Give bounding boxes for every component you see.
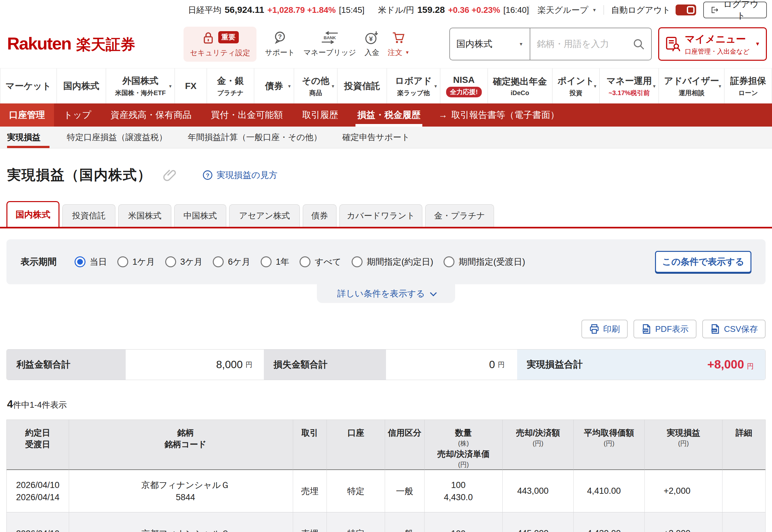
- nav-buying-power[interactable]: 買付・出金可能額: [201, 103, 292, 127]
- cell-detail: [723, 470, 766, 512]
- nav-asset-balance[interactable]: 資産残高・保有商品: [101, 103, 201, 127]
- tab-us-stocks[interactable]: 米国株式: [118, 204, 171, 227]
- profit-total-value: 8,000円: [126, 350, 264, 380]
- site-search: 国内株式 ▼: [449, 28, 652, 60]
- rakuten-group-menu[interactable]: 楽天グループ ▼: [538, 4, 597, 16]
- nav-mutual-funds[interactable]: 投資信託: [337, 68, 387, 103]
- subnav-realized-pnl[interactable]: 実現損益: [7, 127, 51, 148]
- col-header-pnl: 実現損益(円): [645, 420, 723, 470]
- tab-domestic-stocks[interactable]: 国内株式: [6, 201, 59, 227]
- show-detailed-conditions-link[interactable]: 詳しい条件を表示する: [317, 284, 455, 303]
- nav-advisor[interactable]: アドバイザー運用相談▼: [659, 68, 724, 103]
- cell-amount: 445,000: [503, 512, 574, 532]
- nav-trade-reports[interactable]: → 取引報告書等（電子書面）: [430, 103, 568, 127]
- radio-all[interactable]: すべて: [299, 256, 341, 268]
- radio-1year[interactable]: 1年: [261, 256, 289, 268]
- radio-today[interactable]: 当日: [75, 256, 107, 268]
- col-header-trade: 取引: [293, 420, 327, 470]
- auto-logout-toggle[interactable]: [676, 4, 696, 15]
- nav-gold-platinum[interactable]: 金・銀プラチナ: [207, 68, 254, 103]
- subnav-annual-pnl-calc[interactable]: 年間損益計算（一般口座・その他）: [177, 127, 332, 148]
- profit-total-label: 利益金額合計: [7, 350, 126, 380]
- pdf-file-icon: PDF: [641, 324, 652, 334]
- nav-nisa[interactable]: NISA全力応援!: [440, 68, 488, 103]
- tab-asean-stocks[interactable]: アセアン株式: [229, 204, 300, 227]
- nav-bonds[interactable]: 債券▼: [254, 68, 294, 103]
- my-menu-button[interactable]: マイメニュー 口座管理・入出金など ▼: [658, 27, 767, 61]
- radio-button: [213, 256, 224, 267]
- csv-save-button[interactable]: csv CSV保存: [702, 320, 766, 338]
- tab-covered-warrants[interactable]: カバードワラント: [339, 204, 422, 227]
- tab-mutual-funds[interactable]: 投資信託: [62, 204, 115, 227]
- tab-gold-platinum[interactable]: 金・プラチナ: [425, 204, 494, 227]
- radio-button: [165, 256, 176, 267]
- radio-period-settle-date[interactable]: 期間指定(受渡日): [444, 256, 525, 268]
- nav-money-management[interactable]: マネー運用~3.17%税引前▼: [599, 68, 659, 103]
- apply-filter-button[interactable]: この条件で表示する: [655, 251, 751, 273]
- page-title: 実現損益（国内株式）: [7, 166, 152, 184]
- nav-securities-loan[interactable]: 証券担保ローン: [724, 68, 772, 103]
- account-document-icon: [665, 36, 680, 52]
- realized-pnl-help-link[interactable]: ? 実現損益の見方: [202, 169, 278, 181]
- pnl-summary-bar: 利益金額合計 8,000円 損失金額合計 0円 実現損益合計 +8,000円: [6, 349, 766, 380]
- search-icon[interactable]: [633, 38, 645, 50]
- chevron-down-icon: ▼: [434, 84, 438, 88]
- nav-other-products[interactable]: その他商品▼: [294, 68, 337, 103]
- radio-period-trade-date[interactable]: 期間指定(約定日): [351, 256, 433, 268]
- nisa-badge: 全力応援!: [446, 87, 482, 97]
- tab-china-stocks[interactable]: 中国株式: [174, 204, 226, 227]
- radio-6months[interactable]: 6ケ月: [213, 256, 250, 268]
- logout-button[interactable]: ログアウト: [703, 2, 767, 18]
- cell-name: 京都フィナンシャルＧ5844: [69, 470, 293, 512]
- rakuten-logo[interactable]: Rakuten 楽天証券: [7, 33, 135, 55]
- radio-1month[interactable]: 1ケ月: [117, 256, 155, 268]
- top-status-bar: 日経平均 56,924.11 +1,028.79 +1.84% [15:45] …: [0, 0, 772, 20]
- chevron-down-icon: ▼: [405, 50, 410, 55]
- main-navigation: マーケット 国内株式 外国株式米国株・海外ETF▼ FX 金・銀プラチナ 債券▼…: [0, 68, 772, 103]
- quick-menu: 重要 セキュリティ設定 ? サポート BANK マネーブリッジ ¥ 入金 注文▼: [183, 27, 410, 62]
- pdf-view-button[interactable]: PDF PDF表示: [634, 320, 697, 338]
- deposit-yen-icon: ¥: [365, 31, 378, 44]
- print-button[interactable]: 印刷: [581, 320, 628, 338]
- bank-transfer-icon: BANK: [321, 31, 339, 44]
- chevron-down-icon: ▼: [519, 41, 523, 47]
- filter-label: 表示期間: [21, 256, 57, 268]
- nav-account-management[interactable]: 口座管理: [0, 103, 54, 127]
- subnav-tax-filing-support[interactable]: 確定申告サポート: [332, 127, 420, 148]
- security-settings-button[interactable]: 重要 セキュリティ設定: [183, 27, 256, 62]
- nav-foreign-stocks[interactable]: 外国株式米国株・海外ETF▼: [106, 68, 174, 103]
- nav-ideco[interactable]: 確定拠出年金iDeCo: [488, 68, 552, 103]
- subnav-specified-account-pnl[interactable]: 特定口座損益（譲渡益税）: [57, 127, 177, 148]
- money-bridge-button[interactable]: BANK マネーブリッジ: [303, 31, 356, 58]
- chevron-down-icon: ▼: [652, 84, 656, 88]
- deposit-button[interactable]: ¥ 入金: [364, 31, 379, 58]
- nav-point-investing[interactable]: ポイント投資▼: [552, 68, 600, 103]
- nikkei-ticker: 日経平均 56,924.11 +1,028.79 +1.84% [15:45]: [188, 4, 364, 16]
- arrow-right-icon: →: [439, 110, 448, 120]
- nav-domestic-stocks[interactable]: 国内株式: [57, 68, 106, 103]
- nav-trade-history[interactable]: 取引履歴: [292, 103, 348, 127]
- tab-bonds[interactable]: 債券: [303, 204, 336, 227]
- order-button[interactable]: 注文▼: [388, 31, 410, 58]
- table-header-row: 約定日受渡日 銘柄銘柄コード 取引 口座 信用区分 数量(株)売却/決済単価(円…: [6, 420, 766, 470]
- radio-3months[interactable]: 3ケ月: [165, 256, 203, 268]
- nav-top[interactable]: トップ: [54, 103, 101, 127]
- svg-text:¥: ¥: [369, 35, 373, 42]
- support-button[interactable]: ? サポート: [265, 31, 295, 58]
- export-actions: 印刷 PDF PDF表示 csv CSV保存: [6, 320, 766, 338]
- table-row: 2026/04/102026/04/14 京都フィナンシャルＧ5844 売埋 特…: [6, 470, 766, 512]
- result-count: 4件中1-4件表示: [7, 398, 772, 411]
- nav-roboadvisor[interactable]: ロボアド楽ラップ他▼: [387, 68, 440, 103]
- nav-pnl-tax-history[interactable]: 損益・税金履歴: [348, 103, 430, 127]
- nav-fx[interactable]: FX: [174, 68, 206, 103]
- nav-market[interactable]: マーケット: [0, 68, 57, 103]
- cart-icon: [392, 31, 405, 44]
- radio-button: [117, 256, 128, 267]
- search-input[interactable]: [530, 39, 633, 49]
- site-header: Rakuten 楽天証券 重要 セキュリティ設定 ? サポート BANK マネー…: [0, 20, 772, 68]
- search-category-select[interactable]: 国内株式 ▼: [450, 28, 530, 60]
- col-header-margin: 信用区分: [385, 420, 425, 470]
- cell-pnl: +2,000: [645, 470, 723, 512]
- paperclip-icon[interactable]: [163, 168, 177, 182]
- support-question-bubble-icon: ?: [273, 31, 287, 44]
